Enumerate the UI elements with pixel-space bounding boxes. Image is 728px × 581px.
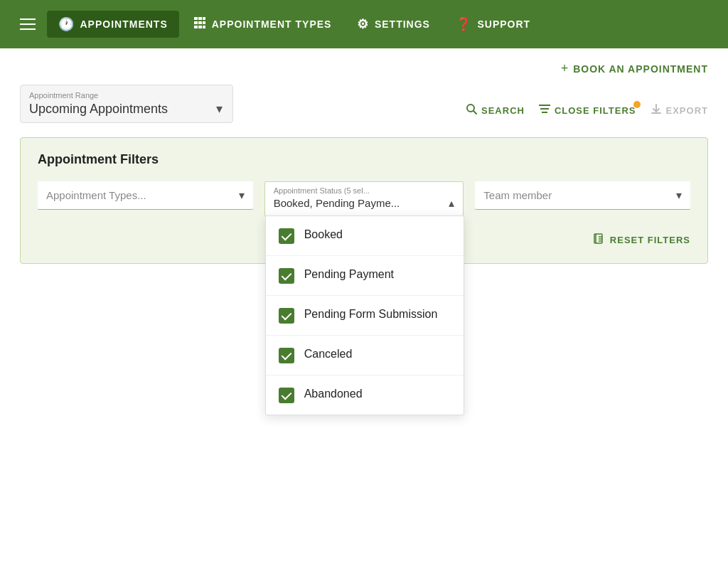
- pending-form-submission-label: Pending Form Submission: [304, 307, 451, 322]
- filter-icon: [539, 104, 550, 117]
- svg-rect-7: [198, 26, 202, 28]
- appointment-range-select[interactable]: Appointment Range Upcoming Appointments …: [20, 85, 233, 123]
- pending-payment-checkbox[interactable]: [279, 268, 294, 284]
- appointment-types-select[interactable]: Appointment Types... ▾: [38, 181, 253, 210]
- svg-rect-0: [194, 17, 198, 20]
- pending-form-submission-checkbox[interactable]: [279, 308, 294, 324]
- svg-rect-2: [203, 17, 205, 20]
- nav-bar: 🕐 APPOINTMENTS APPOINTMENT TYPES: [0, 0, 728, 48]
- export-label: EXPORT: [666, 105, 708, 116]
- menu-button[interactable]: [11, 13, 44, 36]
- filter-panel: Appointment Filters Appointment Types...…: [20, 137, 708, 264]
- svg-rect-4: [198, 21, 202, 24]
- book-appointment-label: BOOK AN APPOINTMENT: [573, 63, 708, 75]
- main-content: + BOOK AN APPOINTMENT Appointment Range …: [0, 48, 728, 264]
- appointment-status-dropdown: Booked Pending Payment Pending Form Subm…: [265, 215, 464, 415]
- reset-filters-button[interactable]: RESET FILTERS: [594, 233, 690, 246]
- canceled-checkbox[interactable]: [279, 348, 294, 363]
- book-bar: + BOOK AN APPOINTMENT: [20, 48, 708, 85]
- close-filters-button[interactable]: CLOSE FILTERS: [539, 104, 636, 117]
- status-option-canceled[interactable]: Canceled: [266, 336, 464, 375]
- appointment-range-value: Upcoming Appointments ▾: [29, 101, 223, 117]
- svg-rect-5: [203, 21, 205, 24]
- search-label: SEARCH: [481, 105, 525, 116]
- export-button[interactable]: EXPORT: [651, 103, 708, 117]
- chevron-down-icon: ▾: [216, 101, 223, 117]
- appointment-types-placeholder: Appointment Types...: [46, 189, 146, 201]
- reset-filters-label: RESET FILTERS: [610, 235, 690, 245]
- status-option-pending-payment[interactable]: Pending Payment: [266, 256, 464, 296]
- status-option-booked[interactable]: Booked: [266, 216, 464, 256]
- nav-appointment-types-label: APPOINTMENT TYPES: [212, 18, 332, 30]
- team-member-placeholder: Team member: [483, 189, 552, 201]
- team-member-select[interactable]: Team member ▾: [475, 181, 690, 210]
- export-icon: [651, 103, 662, 117]
- support-icon: ❓: [456, 16, 472, 32]
- appointment-status-select[interactable]: Appointment Status (5 sel... Booked, Pen…: [264, 181, 464, 216]
- nav-settings-label: SETTINGS: [375, 18, 430, 30]
- canceled-label: Canceled: [304, 347, 451, 362]
- abandoned-checkbox[interactable]: [279, 388, 294, 403]
- plus-icon: +: [561, 61, 569, 76]
- pending-payment-label: Pending Payment: [304, 267, 451, 282]
- dropdown-scroll[interactable]: Booked Pending Payment Pending Form Subm…: [266, 216, 464, 415]
- settings-icon: ⚙: [357, 16, 369, 32]
- nav-item-appointments[interactable]: 🕐 APPOINTMENTS: [47, 11, 179, 38]
- appointment-types-icon: [193, 16, 206, 33]
- appointments-icon: 🕐: [58, 16, 75, 32]
- nav-appointments-label: APPOINTMENTS: [80, 18, 168, 30]
- nav-support-label: SUPPORT: [477, 18, 530, 30]
- search-button[interactable]: SEARCH: [466, 103, 525, 117]
- appointment-range-text: Upcoming Appointments: [29, 102, 168, 117]
- nav-item-support[interactable]: ❓ SUPPORT: [444, 11, 542, 38]
- abandoned-label: Abandoned: [304, 387, 451, 402]
- status-option-abandoned[interactable]: Abandoned: [266, 375, 464, 415]
- toolbar-actions: SEARCH CLOSE FILTERS: [466, 103, 708, 123]
- nav-item-settings[interactable]: ⚙ SETTINGS: [346, 11, 441, 38]
- search-icon: [466, 103, 477, 117]
- svg-rect-8: [203, 26, 205, 28]
- appointment-status-header[interactable]: Appointment Status (5 sel... Booked, Pen…: [265, 182, 464, 215]
- svg-rect-1: [198, 17, 202, 20]
- close-filters-label: CLOSE FILTERS: [555, 105, 636, 116]
- appointment-status-text: Booked, Pending Payme...: [274, 197, 400, 209]
- nav-item-appointment-types[interactable]: APPOINTMENT TYPES: [182, 11, 343, 38]
- appointment-status-value: Booked, Pending Payme... ▴: [274, 196, 455, 210]
- filter-row: Appointment Types... ▾ Appointment Statu…: [38, 181, 690, 216]
- filter-panel-title: Appointment Filters: [38, 152, 690, 167]
- filter-active-dot: [633, 101, 641, 108]
- book-appointment-button[interactable]: + BOOK AN APPOINTMENT: [561, 61, 708, 76]
- svg-rect-6: [194, 26, 198, 28]
- svg-line-10: [473, 111, 476, 114]
- toolbar: Appointment Range Upcoming Appointments …: [20, 85, 708, 123]
- booked-checkbox[interactable]: [279, 228, 294, 244]
- appointment-status-label: Appointment Status (5 sel...: [274, 186, 455, 195]
- team-member-chevron: ▾: [676, 188, 682, 202]
- appointment-types-chevron: ▾: [239, 188, 245, 202]
- status-option-pending-form-submission[interactable]: Pending Form Submission: [266, 296, 464, 336]
- appointment-status-chevron: ▴: [449, 196, 454, 210]
- svg-rect-3: [194, 21, 198, 24]
- reset-icon: [594, 233, 604, 246]
- appointment-range-label: Appointment Range: [29, 91, 223, 100]
- booked-label: Booked: [304, 228, 451, 242]
